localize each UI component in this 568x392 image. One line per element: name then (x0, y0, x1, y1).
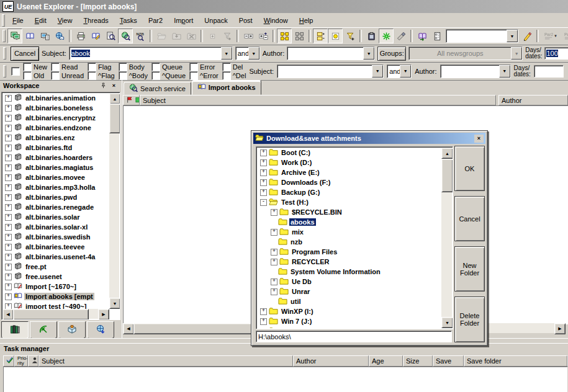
newsgroup-tree-item[interactable]: +alt.binaries.encryptnz (2, 113, 109, 123)
compose-article-icon[interactable] (88, 29, 103, 43)
folder-tree-item[interactable]: +Program Files (257, 247, 441, 257)
menu-view[interactable]: View (52, 16, 78, 25)
dialog-title-bar[interactable]: Download&save attachments × (253, 133, 485, 144)
expander-icon[interactable]: + (260, 149, 267, 156)
days2-input[interactable] (534, 65, 564, 78)
scroll-down-icon[interactable]: ▼ (441, 317, 453, 328)
mark-all-icon[interactable] (379, 29, 394, 43)
filter-checkbox-read[interactable] (51, 63, 60, 71)
expander-icon[interactable]: + (271, 278, 277, 285)
folder-tree-item[interactable]: +$RECYCLE.BIN (257, 207, 441, 217)
expander-icon[interactable]: + (260, 159, 267, 166)
expander-icon[interactable]: + (260, 189, 267, 196)
workspace-tab-downloads[interactable] (87, 321, 114, 339)
cancel-search-button[interactable]: Cancel (11, 47, 39, 61)
expander-icon[interactable]: + (5, 234, 12, 241)
days-input[interactable]: 100 (544, 47, 568, 60)
folder-tree-item[interactable]: +Downloads (F:) (257, 177, 441, 187)
author2-combobox[interactable]: ▼ (440, 65, 511, 78)
scroll-right-icon[interactable]: ▶ (98, 309, 109, 320)
newsgroup-tree-item[interactable]: +alt.binaries.solar (2, 212, 109, 222)
expander-icon[interactable]: + (5, 125, 12, 131)
newsgroup-tree-item[interactable]: +alt.binaries.animation (2, 93, 109, 103)
expander-icon[interactable]: + (5, 214, 12, 221)
ok-button[interactable]: OK (454, 146, 485, 191)
chevron-down-icon[interactable]: ▼ (499, 65, 510, 78)
expander-icon[interactable]: + (5, 174, 12, 181)
menu-tasks[interactable]: Tasks (114, 16, 143, 25)
enable-filter-checkbox[interactable] (11, 67, 20, 76)
expander-icon[interactable]: + (5, 204, 12, 211)
scrollbar-thumb[interactable] (133, 323, 259, 334)
scrollbar-thumb[interactable] (13, 309, 89, 320)
filter-checkbox-old[interactable] (23, 71, 32, 80)
expander-icon[interactable]: + (5, 194, 12, 201)
menu-post[interactable]: Post (233, 16, 258, 25)
expander-icon[interactable]: + (5, 154, 12, 161)
menu-file[interactable]: File (7, 16, 29, 25)
menu-import[interactable]: Import (168, 16, 199, 25)
expander-icon[interactable]: + (271, 259, 277, 265)
menu-edit[interactable]: Edit (29, 16, 52, 25)
newsgroups-book-icon[interactable] (22, 29, 37, 43)
filter-checkbox-not-error[interactable] (189, 71, 198, 80)
subject-combobox[interactable]: abook ▼ (69, 47, 233, 60)
newsgroup-tree-item[interactable]: +alt.binaries.teevee (2, 242, 109, 252)
filter-checkbox-not-del[interactable] (222, 71, 231, 80)
expander-icon[interactable]: + (271, 249, 277, 256)
scroll-up-icon[interactable]: ▲ (109, 93, 120, 104)
filter2-grip[interactable] (3, 65, 6, 78)
edit-filter-icon[interactable] (520, 29, 534, 43)
newsgroup-tree-item[interactable]: +alt.binaries.swedish (2, 232, 109, 242)
filter-checkbox-queue[interactable] (151, 63, 160, 71)
expander-icon[interactable]: + (5, 303, 12, 310)
newsgroup-tree-item[interactable]: +free.usenet (2, 272, 109, 282)
preview-icon[interactable] (103, 29, 118, 43)
workspace-tab-archive[interactable] (58, 321, 86, 339)
tab-import-abooks[interactable]: Import abooks (192, 80, 261, 95)
scroll-left-icon[interactable]: ◀ (2, 309, 14, 320)
chevron-down-icon[interactable]: ▼ (400, 65, 411, 78)
expander-icon[interactable]: + (271, 229, 277, 236)
expander-icon[interactable]: + (5, 184, 12, 191)
import-book-icon[interactable] (415, 29, 430, 43)
expander-icon[interactable]: + (271, 288, 277, 295)
folder-tree-item[interactable]: +WinXP (I:) (257, 306, 441, 316)
search-service-icon[interactable] (118, 29, 133, 43)
scroll-up-icon[interactable]: ▲ (441, 148, 453, 159)
expander-icon[interactable]: + (5, 105, 12, 112)
local-headers-icon[interactable] (37, 29, 52, 43)
column-size[interactable]: Size (403, 355, 433, 367)
workspace-tab-search[interactable] (30, 321, 57, 339)
expander-icon[interactable]: + (5, 254, 12, 261)
workspace-vertical-scrollbar[interactable]: ▲ ▼ (109, 93, 119, 309)
combine-yellow-icon[interactable] (277, 29, 292, 43)
clipboard-icon[interactable] (364, 29, 379, 43)
newsgroup-tree-item[interactable]: +alt.binaries.endzone (2, 123, 109, 133)
scrollbar-thumb[interactable] (109, 104, 120, 133)
author-combobox[interactable]: ▼ (287, 47, 375, 60)
folder-tree-item[interactable]: +Ue Db (257, 277, 441, 287)
scroll-left-icon[interactable]: ◀ (123, 323, 134, 334)
tab-search-service[interactable]: Search service (124, 82, 191, 95)
column-poster[interactable] (28, 355, 38, 367)
filter-checkbox-unread[interactable] (51, 71, 60, 80)
filter-checkbox-not-body[interactable] (119, 71, 127, 80)
expand-threads-icon[interactable] (256, 29, 271, 43)
and-or2-combobox[interactable]: and ▼ (387, 65, 412, 78)
filter-checkbox-new[interactable] (23, 63, 32, 71)
groups-button[interactable]: Groups: (377, 47, 406, 61)
newsgroup-tree-item[interactable]: +alt.binaries.movee (2, 172, 109, 182)
column-author[interactable]: Author (293, 355, 369, 367)
save-path-input[interactable]: H:\abooks\ (256, 331, 452, 342)
scroll-right-icon[interactable]: ▶ (554, 323, 566, 334)
folder-tree-item[interactable]: +RECYCLER (257, 257, 441, 267)
expander-icon[interactable]: + (5, 244, 12, 251)
and-or-combobox[interactable]: and ▼ (235, 47, 260, 60)
workspace-toggle-icon[interactable] (7, 29, 22, 43)
print-icon[interactable] (73, 29, 88, 43)
newsgroup-tree-item[interactable]: +alt.binaries.hoarders (2, 153, 109, 163)
folder-tree-item[interactable]: System Volume Information (257, 267, 441, 277)
column-check[interactable] (3, 355, 14, 367)
expander-icon[interactable]: + (5, 283, 12, 290)
